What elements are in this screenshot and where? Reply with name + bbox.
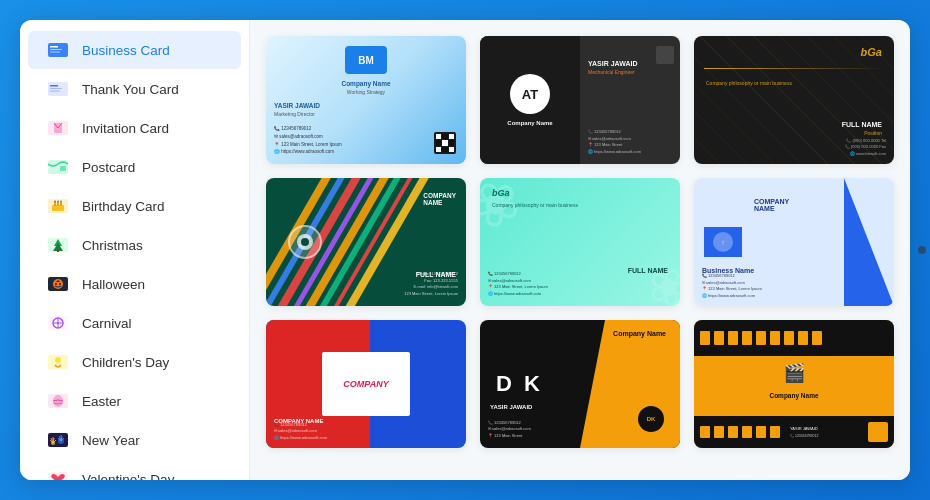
svg-point-33: [55, 357, 61, 363]
card-9-logo: 🎬: [783, 362, 805, 384]
card-item-7[interactable]: COMPANY COMPANY NAME 📞 123456789012✉ sal…: [266, 320, 466, 448]
sidebar-label-carnival: Carnival: [82, 316, 132, 331]
svg-rect-3: [50, 52, 60, 53]
svg-point-19: [60, 201, 62, 203]
svg-rect-5: [50, 85, 58, 87]
card-2-title: Mechanical Engineer: [588, 69, 672, 75]
svg-rect-16: [60, 202, 62, 206]
sidebar-item-childrens-day[interactable]: Children's Day: [28, 343, 241, 381]
card-item-4[interactable]: COMPANYNAME FULL NAME Phone: 12345678901…: [266, 178, 466, 306]
card-1-logo: BM: [345, 46, 387, 74]
card-2-company: Company Name: [507, 120, 552, 126]
svg-rect-7: [50, 91, 60, 92]
christmas-icon: [44, 235, 72, 255]
card-9-company: Company Name: [769, 392, 818, 399]
sidebar-item-postcard[interactable]: Postcard: [28, 148, 241, 186]
card-9-filmstrip-bottom: YASIR JAWAID 📞 123456789012: [694, 416, 894, 448]
svg-rect-36: [48, 433, 68, 447]
sidebar-item-thank-you-card[interactable]: Thank You Card: [28, 70, 241, 108]
card-item-8[interactable]: D K Company Name YASIR JAWAID 📞 12345678…: [480, 320, 680, 448]
svg-rect-14: [54, 202, 56, 206]
sidebar-item-halloween[interactable]: Halloween: [28, 265, 241, 303]
svg-rect-1: [50, 46, 58, 48]
sidebar-label-easter: Easter: [82, 394, 121, 409]
svg-rect-23: [57, 249, 59, 252]
card-4-logo: [288, 225, 322, 259]
card-1-subtitle: Working Strategy: [347, 89, 385, 95]
card-8-circle: DK: [638, 406, 664, 432]
svg-point-17: [54, 201, 56, 203]
card-5-person: FULL NAME: [628, 267, 668, 274]
childrens-day-icon: [44, 352, 72, 372]
svg-point-31: [57, 322, 60, 325]
sidebar-item-easter[interactable]: Easter: [28, 382, 241, 420]
card-3-title: Position: [864, 130, 882, 136]
card-5-subtitle: Company philosophy or main business: [492, 202, 578, 208]
card-4-company: COMPANYNAME: [423, 192, 456, 206]
sidebar-item-carnival[interactable]: Carnival: [28, 304, 241, 342]
sidebar: Business Card Thank You Card Invitation …: [20, 20, 250, 480]
valentines-day-icon: [44, 469, 72, 480]
sidebar-label-childrens-day: Children's Day: [82, 355, 169, 370]
sidebar-label-new-year: New Year: [82, 433, 140, 448]
card-1-title: Marketing Director: [274, 111, 315, 117]
card-1-company: Company Name: [341, 80, 390, 87]
card-3-logo: bGa: [861, 46, 882, 58]
thank-you-card-icon: [44, 79, 72, 99]
sidebar-item-birthday-card[interactable]: Birthday Card: [28, 187, 241, 225]
card-item-9[interactable]: 🎬 Company Name YASIR JAWAID 📞 1234567890…: [694, 320, 894, 448]
birthday-card-icon: [44, 196, 72, 216]
svg-point-27: [55, 283, 57, 285]
card-1-qr: [434, 132, 456, 154]
sidebar-item-invitation-card[interactable]: Invitation Card: [28, 109, 241, 147]
sidebar-label-christmas: Christmas: [82, 238, 143, 253]
card-item-2[interactable]: AT Company Name YASIR JAWAID Mechanical …: [480, 36, 680, 164]
sidebar-label-business-card: Business Card: [82, 43, 170, 58]
new-year-icon: [44, 430, 72, 450]
sidebar-item-christmas[interactable]: Christmas: [28, 226, 241, 264]
card-6-details: 📞 123456789012✉ sales@adraosoft.com📍 123…: [702, 273, 762, 300]
svg-rect-11: [60, 166, 66, 171]
card-1-person: YASIR JAWAID: [274, 102, 320, 109]
svg-rect-6: [50, 88, 62, 89]
sidebar-label-halloween: Halloween: [82, 277, 145, 292]
sidebar-label-postcard: Postcard: [82, 160, 135, 175]
card-item-6[interactable]: ↑ COMPANYNAME Business Name 📞 1234567890…: [694, 178, 894, 306]
sidebar-label-invitation-card: Invitation Card: [82, 121, 169, 136]
invitation-card-icon: [44, 118, 72, 138]
sidebar-item-business-card[interactable]: Business Card: [28, 31, 241, 69]
card-item-5[interactable]: ❀ ❀ bGa Company philosophy or main busin…: [480, 178, 680, 306]
card-8-yellow: [580, 320, 680, 448]
card-8-details: 📞 123456789012✉ sales@adraosoft.com📍 123…: [488, 420, 531, 440]
card-6-arrow: [844, 178, 894, 306]
card-3-subtitle: Company philosophy or main business: [706, 80, 792, 86]
card-3-details: 📞 (000) 000-0000 Tel📞 (000) 000-0000 Fax…: [845, 138, 886, 158]
card-item-1[interactable]: BM Company Name Working Strategy YASIR J…: [266, 36, 466, 164]
sidebar-label-thank-you-card: Thank You Card: [82, 82, 179, 97]
sidebar-item-new-year[interactable]: New Year: [28, 421, 241, 459]
card-5-details: 📞 123456789012✉ sales@adraosoft.com📍 123…: [488, 271, 548, 298]
sidebar-label-valentines-day: Valentine's Day: [82, 472, 174, 481]
card-3-person: FULL NAME: [842, 121, 882, 128]
card-3-divider: [704, 68, 884, 69]
card-6-logo-block: ↑: [704, 227, 742, 257]
card-2-logo: AT: [510, 74, 550, 114]
card-item-3[interactable]: bGa Company philosophy or main business …: [694, 36, 894, 164]
card-2-qr: [656, 46, 674, 64]
svg-point-18: [57, 201, 59, 203]
sidebar-label-birthday-card: Birthday Card: [82, 199, 165, 214]
sidebar-item-valentines-day[interactable]: Valentine's Day: [28, 460, 241, 480]
card-grid: BM Company Name Working Strategy YASIR J…: [266, 36, 894, 448]
card-9-qr: [868, 422, 888, 442]
business-card-icon: [44, 40, 72, 60]
card-1-details: 📞 123456789012✉ sales@adraosoft.com📍 123…: [274, 125, 342, 156]
card-5-decoration2: ❀: [639, 253, 680, 306]
card-9-filmstrip: [694, 320, 894, 356]
svg-rect-2: [50, 49, 62, 50]
svg-point-28: [59, 283, 61, 285]
card-6-company: COMPANYNAME: [754, 198, 789, 212]
card-8-person: YASIR JAWAID: [490, 404, 532, 410]
card-2-details: 📞 123456789012✉ sales@adraosoft.com📍 123…: [588, 129, 641, 156]
easter-icon: [44, 391, 72, 411]
content-area: BM Company Name Working Strategy YASIR J…: [250, 20, 910, 480]
